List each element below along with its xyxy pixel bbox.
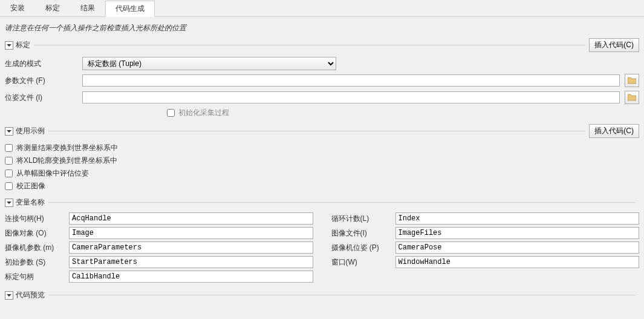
tab-calibrate[interactable]: 标定	[35, 0, 70, 16]
collapse-vars-icon[interactable]	[5, 199, 13, 207]
divider	[48, 295, 636, 295]
param-file-label: 参数文件 (F)	[5, 76, 77, 86]
check-xld-world[interactable]	[5, 157, 13, 165]
var-label: 标定句柄	[5, 272, 67, 282]
collapse-usage-icon[interactable]	[5, 127, 13, 136]
param-file-browse-button[interactable]	[625, 74, 639, 87]
var-acqhandle-input[interactable]	[69, 212, 313, 225]
var-label: 摄像机参数 (m)	[5, 243, 67, 253]
var-image-input[interactable]	[69, 227, 313, 239]
hint-text: 请注意在任何一个插入操作之前检查插入光标所处的位置	[5, 21, 639, 38]
var-imagefiles-input[interactable]	[395, 227, 640, 239]
insert-code-usage-button[interactable]: 插入代码(C)	[589, 124, 639, 138]
tab-bar: 安装 标定 结果 代码生成	[0, 0, 644, 17]
var-label: 循环计数(L)	[331, 214, 393, 224]
section-preview-title: 代码预览	[16, 290, 45, 300]
collapse-preview-icon[interactable]	[5, 291, 13, 300]
insert-code-calib-button[interactable]: 插入代码(C)	[589, 38, 639, 52]
section-usage-title: 使用示例	[16, 126, 45, 136]
divider	[48, 131, 585, 131]
var-label: 摄像机位姿 (P)	[331, 243, 393, 253]
var-windowhandle-input[interactable]	[395, 256, 640, 268]
check-rectify[interactable]	[5, 182, 13, 190]
check-label: 从单幅图像中评估位姿	[16, 168, 89, 179]
check-eval-pose[interactable]	[5, 169, 13, 177]
var-camparams-input[interactable]	[69, 242, 313, 254]
pose-file-browse-button[interactable]	[625, 91, 639, 104]
param-file-input[interactable]	[82, 74, 620, 87]
divider	[34, 45, 585, 45]
gen-mode-label: 生成的模式	[5, 59, 77, 69]
var-label: 初始参数 (S)	[5, 257, 67, 268]
var-camerapose-input[interactable]	[395, 242, 640, 254]
folder-icon	[628, 77, 636, 84]
var-label: 连接句柄(H)	[5, 214, 67, 224]
folder-icon	[628, 94, 636, 101]
pose-file-input[interactable]	[82, 91, 620, 104]
check-measure-world[interactable]	[5, 144, 13, 152]
check-label: 将XLD轮廓变换到世界坐标系中	[16, 156, 117, 166]
var-calibhandle-input[interactable]	[69, 271, 313, 283]
init-proc-checkbox[interactable]	[167, 109, 175, 117]
tab-results[interactable]: 结果	[70, 0, 105, 16]
tab-codegen[interactable]: 代码生成	[105, 1, 155, 17]
gen-mode-select[interactable]: 标定数据 (Tuple)	[82, 57, 336, 70]
collapse-calib-icon[interactable]	[5, 41, 13, 50]
var-label: 图像对象 (O)	[5, 228, 67, 238]
section-vars-title: 变量名称	[16, 197, 45, 208]
var-label: 窗口(W)	[331, 257, 393, 268]
check-label: 校正图像	[16, 181, 45, 191]
divider	[48, 202, 636, 203]
tab-install[interactable]: 安装	[0, 0, 35, 16]
pose-file-label: 位姿文件 (l)	[5, 93, 77, 103]
var-label: 图像文件(I)	[331, 228, 393, 238]
section-calib-title: 标定	[16, 40, 30, 50]
init-proc-label: 初始化采集过程	[178, 108, 229, 118]
var-index-input[interactable]	[395, 212, 640, 225]
var-startparams-input[interactable]	[69, 256, 313, 268]
check-label: 将测量结果变换到世界坐标系中	[16, 143, 118, 153]
